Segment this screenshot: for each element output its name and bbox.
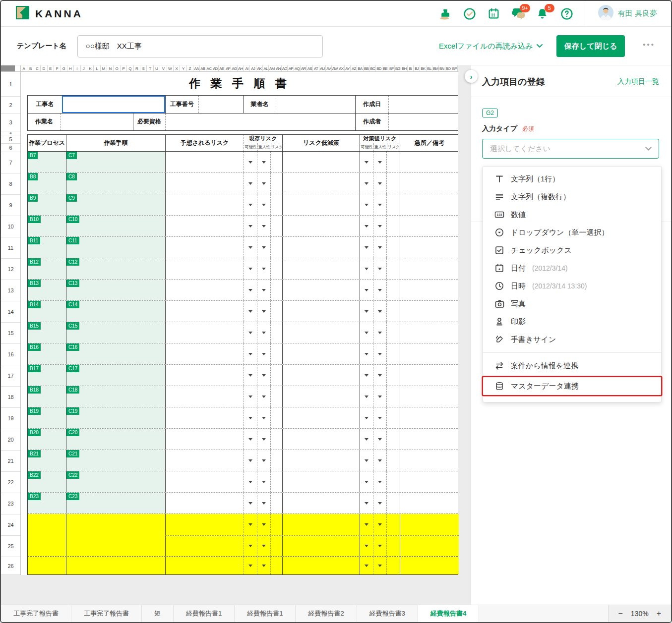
more-menu-button[interactable]: ••• — [639, 40, 659, 53]
empty-cell[interactable] — [270, 280, 282, 300]
yellow-cell[interactable] — [400, 536, 459, 557]
tagged-cell[interactable]: B10 — [28, 216, 66, 236]
empty-cell[interactable] — [400, 365, 459, 386]
row-header-2[interactable]: 2 — [1, 97, 20, 114]
column-header-X[interactable]: X — [174, 65, 180, 71]
header-current-risk[interactable]: 現存リスク — [244, 135, 282, 143]
tagged-cell[interactable]: B8 — [28, 173, 66, 194]
yellow-cell[interactable] — [165, 557, 244, 574]
dropdown-cell[interactable] — [373, 216, 386, 236]
row-header-3[interactable]: 3 — [1, 114, 20, 131]
column-header-U[interactable]: U — [154, 65, 160, 71]
tagged-cell[interactable]: C14 — [66, 301, 165, 322]
label-kouji-bangou[interactable]: 工事番号 — [165, 96, 198, 113]
column-header-AM[interactable]: AM — [269, 65, 275, 71]
empty-cell[interactable] — [282, 365, 360, 386]
empty-cell[interactable] — [386, 152, 400, 172]
empty-cell[interactable] — [165, 301, 244, 322]
yellow-cell[interactable] — [270, 536, 282, 557]
column-header-AH[interactable]: AH — [238, 65, 244, 71]
empty-cell[interactable] — [282, 152, 360, 172]
empty-cell[interactable] — [276, 96, 355, 113]
yellow-cell[interactable] — [400, 557, 459, 574]
dropdown-cell[interactable] — [244, 450, 257, 471]
tagged-cell[interactable]: C9 — [66, 194, 165, 215]
subheader-juudaisei[interactable]: 重大性 — [257, 143, 271, 151]
yellow-cell[interactable] — [66, 557, 165, 574]
empty-cell[interactable] — [400, 152, 459, 172]
dropdown-cell[interactable] — [244, 493, 257, 513]
column-header-BO[interactable]: BO — [445, 65, 452, 71]
row-header-15[interactable]: 15 — [1, 323, 20, 344]
empty-cell[interactable] — [400, 429, 459, 450]
column-header-AY[interactable]: AY — [345, 65, 351, 71]
empty-cell[interactable] — [400, 216, 459, 236]
yellow-dropdown-cell[interactable] — [360, 514, 373, 535]
column-header-W[interactable]: W — [167, 65, 174, 71]
label-gyousha-mei[interactable]: 業者名 — [243, 96, 276, 113]
empty-cell[interactable] — [270, 450, 282, 471]
dropdown-cell[interactable] — [373, 407, 386, 428]
check-circle-icon[interactable] — [463, 7, 477, 21]
row-header-24[interactable]: 24 — [1, 514, 20, 536]
label-kouji-mei[interactable]: 工事名 — [28, 96, 62, 113]
tagged-cell[interactable]: C15 — [66, 322, 165, 343]
dropdown-cell[interactable] — [257, 258, 270, 279]
dropdown-cell[interactable] — [373, 237, 386, 258]
empty-cell[interactable] — [282, 237, 360, 258]
row-header-16[interactable]: 16 — [1, 344, 20, 365]
yellow-dropdown-cell[interactable] — [244, 536, 257, 557]
column-header-AX[interactable]: AX — [338, 65, 345, 71]
yellow-cell[interactable] — [282, 557, 360, 574]
column-header-H[interactable]: H — [67, 65, 74, 71]
menu-item-date[interactable]: 日付(2012/3/14) — [483, 259, 661, 277]
subheader-risk[interactable]: リスク — [271, 143, 283, 151]
empty-cell[interactable] — [165, 173, 244, 194]
sheet-tab-5[interactable]: 経費報告書1 — [235, 605, 296, 622]
label-sakusei-bi[interactable]: 作成日 — [355, 96, 388, 113]
tagged-cell[interactable]: B14 — [28, 301, 66, 322]
column-header-B[interactable]: B — [27, 65, 34, 71]
menu-item-text-single[interactable]: 文字列（1行） — [483, 170, 661, 188]
empty-cell[interactable] — [282, 493, 360, 513]
empty-cell[interactable] — [165, 407, 244, 428]
empty-cell[interactable] — [386, 386, 400, 407]
dropdown-cell[interactable] — [373, 258, 386, 279]
empty-cell[interactable] — [388, 96, 459, 113]
column-header-AN[interactable]: AN — [275, 65, 282, 71]
tagged-cell[interactable]: B18 — [28, 386, 66, 407]
column-header-AO[interactable]: AO — [282, 65, 288, 71]
empty-cell[interactable] — [282, 173, 360, 194]
column-header-N[interactable]: N — [107, 65, 114, 71]
column-header-BJ[interactable]: BJ — [414, 65, 420, 71]
empty-cell[interactable] — [165, 258, 244, 279]
column-header-AL[interactable]: AL — [263, 65, 269, 71]
empty-cell[interactable] — [400, 301, 459, 322]
sheet-title-row[interactable]: 作 業 手 順 書 — [21, 72, 458, 95]
zoom-in-button[interactable]: + — [656, 609, 662, 618]
empty-cell[interactable] — [270, 322, 282, 343]
row-header-9[interactable]: 9 — [1, 195, 20, 216]
column-header-BA[interactable]: BA — [357, 65, 364, 71]
empty-cell[interactable] — [386, 343, 400, 364]
column-header-AT[interactable]: AT — [313, 65, 319, 71]
dropdown-cell[interactable] — [360, 258, 373, 279]
row-header-23[interactable]: 23 — [1, 493, 20, 514]
column-header-AK[interactable]: AK — [256, 65, 263, 71]
panel-collapse-button[interactable]: › — [465, 70, 478, 83]
empty-cell[interactable] — [165, 113, 355, 130]
empty-cell[interactable] — [282, 322, 360, 343]
dropdown-cell[interactable] — [244, 152, 257, 172]
empty-cell[interactable] — [282, 407, 360, 428]
dropdown-cell[interactable] — [373, 386, 386, 407]
yellow-dropdown-cell[interactable] — [244, 514, 257, 535]
tagged-cell[interactable]: B12 — [28, 258, 66, 279]
menu-item-dropdown[interactable]: ドロップダウン（単一選択） — [483, 224, 661, 241]
dropdown-cell[interactable] — [244, 471, 257, 492]
empty-cell[interactable] — [282, 280, 360, 300]
empty-cell[interactable] — [270, 365, 282, 386]
column-header-AI[interactable]: AI — [244, 65, 250, 71]
tagged-cell[interactable]: C18 — [66, 386, 165, 407]
empty-cell[interactable] — [386, 301, 400, 322]
dropdown-cell[interactable] — [244, 237, 257, 258]
